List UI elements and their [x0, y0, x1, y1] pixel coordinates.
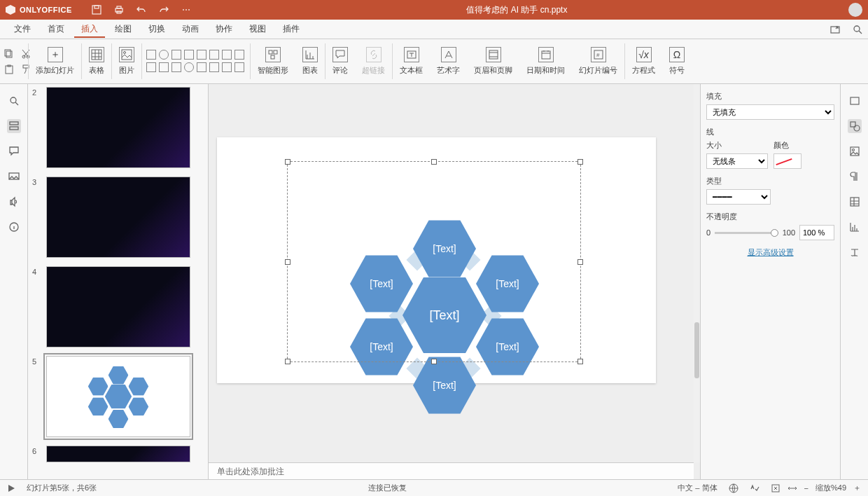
menu-draw[interactable]: 绘图	[108, 20, 139, 38]
menu-file[interactable]: 文件	[7, 20, 38, 38]
notes-area[interactable]: 单击此处添加批注	[209, 462, 694, 479]
more-icon[interactable]: ⋯	[181, 5, 191, 15]
smartart-button[interactable]: 智能图形	[251, 39, 295, 83]
resize-handle[interactable]	[431, 359, 437, 364]
search-icon[interactable]	[853, 25, 862, 34]
fill-select[interactable]: 无填充	[706, 104, 834, 120]
find-icon[interactable]	[7, 94, 21, 108]
canvas[interactable]: [Text] [Text] [Text] [Text] [Text] [Text…	[209, 84, 700, 479]
print-icon[interactable]	[114, 5, 124, 15]
menu-collab[interactable]: 协作	[209, 20, 239, 38]
svg-rect-0	[92, 6, 101, 14]
shape-settings-icon[interactable]	[848, 119, 862, 133]
hex-text[interactable]: [Text]	[496, 341, 519, 352]
left-toolbar	[0, 84, 28, 479]
slide-thumb-4[interactable]	[46, 266, 190, 347]
opacity-slider[interactable]	[715, 232, 778, 234]
table-settings-icon[interactable]	[848, 195, 862, 209]
redo-icon[interactable]	[159, 5, 169, 15]
line-size-select[interactable]: 无线条	[706, 153, 768, 169]
about-icon[interactable]	[7, 220, 21, 234]
play-icon[interactable]	[7, 484, 15, 492]
hyperlink-button[interactable]: 超链接	[355, 39, 392, 83]
menu-transition[interactable]: 切换	[141, 20, 172, 38]
hex-text[interactable]: [Text]	[433, 380, 456, 391]
comment-button[interactable]: 评论	[326, 39, 355, 83]
app-name: ONLYOFFICE	[20, 6, 72, 14]
feedback-icon[interactable]	[7, 195, 21, 209]
slide-number-button[interactable]: #幻灯片编号	[572, 39, 624, 83]
hex-text[interactable]: [Text]	[433, 243, 456, 254]
globe-icon[interactable]	[729, 483, 738, 493]
svg-text:#: #	[596, 52, 600, 58]
chat-icon[interactable]	[7, 170, 21, 184]
resize-handle[interactable]	[431, 159, 437, 165]
shapes-palette[interactable]	[142, 39, 250, 83]
resize-handle[interactable]	[285, 259, 290, 265]
comments-panel-icon[interactable]	[7, 144, 21, 158]
fit-width-icon[interactable]	[788, 483, 797, 493]
slide-thumb-3[interactable]	[46, 177, 190, 258]
textart-settings-icon[interactable]	[848, 245, 862, 259]
svg-rect-3	[117, 6, 121, 8]
advanced-settings-link[interactable]: 显示高级设置	[706, 247, 834, 258]
resize-handle[interactable]	[578, 159, 583, 165]
thumbnails-icon[interactable]	[7, 119, 21, 133]
image-button[interactable]: 图片	[112, 39, 141, 83]
language-display[interactable]: 中文 – 简体	[678, 483, 717, 493]
menu-plugins[interactable]: 插件	[276, 20, 307, 38]
slide-thumb-5[interactable]	[46, 356, 190, 437]
hex-text[interactable]: [Text]	[370, 341, 393, 352]
slide-settings-icon[interactable]	[848, 94, 862, 108]
menu-animation[interactable]: 动画	[175, 20, 206, 38]
resize-handle[interactable]	[578, 359, 583, 364]
undo-icon[interactable]	[136, 5, 146, 15]
hex-text[interactable]: [Text]	[370, 278, 393, 289]
zoom-in-icon[interactable]: ＋	[853, 483, 861, 493]
paste-icon[interactable]	[4, 64, 14, 74]
line-color-swatch[interactable]	[774, 153, 802, 169]
zoom-value[interactable]: 缩放%49	[816, 483, 846, 493]
header-footer-button[interactable]: 页眉和页脚	[467, 39, 519, 83]
zoom-out-icon[interactable]: −	[804, 484, 808, 492]
open-location-icon[interactable]	[830, 25, 840, 34]
resize-handle[interactable]	[285, 359, 290, 364]
hex-text[interactable]: [Text]	[496, 278, 519, 289]
opacity-input[interactable]	[799, 225, 834, 240]
image-settings-icon[interactable]	[848, 144, 862, 158]
equation-button[interactable]: √x方程式	[625, 39, 662, 83]
chart-settings-icon[interactable]	[848, 220, 862, 234]
add-slide-button[interactable]: ＋添加幻灯片	[29, 39, 81, 83]
hex-text-center[interactable]: [Text]	[429, 308, 459, 323]
resize-handle[interactable]	[578, 259, 583, 265]
resize-handle[interactable]	[285, 159, 290, 165]
user-avatar[interactable]	[848, 3, 862, 17]
menu-insert[interactable]: 插入	[74, 20, 105, 38]
color-label: 颜色	[774, 140, 835, 151]
save-icon[interactable]	[92, 5, 102, 15]
menu-view[interactable]: 视图	[242, 20, 273, 38]
copy-icon[interactable]	[4, 49, 14, 59]
wordart-button[interactable]: 艺术字	[430, 39, 467, 83]
opacity-label: 不透明度	[706, 212, 834, 222]
slide-num: 5	[32, 356, 41, 437]
svg-rect-33	[850, 147, 859, 156]
slide-thumb-6[interactable]	[46, 446, 190, 462]
textbox-button[interactable]: 文本框	[393, 39, 430, 83]
slide-thumb-2[interactable]	[46, 87, 190, 168]
symbol-button[interactable]: Ω符号	[662, 39, 692, 83]
chart-button[interactable]: 图表	[295, 39, 325, 83]
datetime-button[interactable]: 日期和时间	[519, 39, 572, 83]
svg-rect-27	[10, 127, 18, 130]
vertical-scrollbar[interactable]	[694, 84, 700, 462]
opacity-max: 100	[783, 228, 795, 237]
status-bar: 幻灯片第5张，共6张 连接已恢复 中文 – 简体 − 缩放%49 ＋	[0, 479, 868, 496]
fit-page-icon[interactable]	[771, 483, 780, 493]
line-type-select[interactable]: ━━━━	[706, 189, 771, 205]
spellcheck-icon[interactable]	[750, 483, 760, 493]
selection-rect[interactable]	[287, 161, 581, 362]
table-button[interactable]: 表格	[82, 39, 111, 83]
notes-placeholder: 单击此处添加批注	[217, 467, 284, 476]
menu-home[interactable]: 首页	[41, 20, 71, 38]
paragraph-settings-icon[interactable]	[848, 170, 862, 184]
